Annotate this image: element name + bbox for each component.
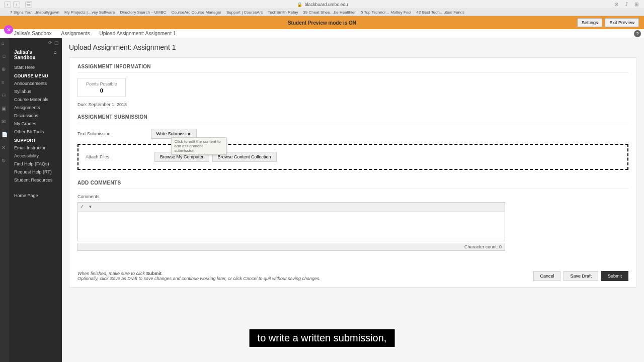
char-count: Character count: 0 — [77, 243, 505, 251]
mail-icon[interactable]: ✉ — [2, 119, 8, 125]
breadcrumb: Jalisa's Sandbox Assignments Upload Assi… — [0, 29, 644, 38]
course-menu-header: COURSE MENU — [9, 71, 62, 79]
chevron-down-icon[interactable]: ▾ — [89, 204, 96, 211]
browser-nav: ‹ › ☰ — [4, 1, 32, 8]
spellcheck-icon[interactable]: ✓ — [80, 204, 87, 211]
sidebar-home-page[interactable]: Home Page — [9, 189, 62, 202]
assignment-info-header: ASSIGNMENT INFORMATION — [77, 64, 628, 73]
sidebar-item-request-help[interactable]: Request Help (RT) — [9, 168, 62, 176]
help-icon[interactable]: ? — [634, 30, 641, 37]
text-submission-label: Text Submission — [77, 131, 111, 136]
course-title[interactable]: Jalisa's Sandbox ⌂ — [9, 46, 62, 63]
bookmark-item[interactable]: 7 Signs You'…inabullygown — [10, 10, 59, 15]
bookmarks-bar: 7 Signs You'…inabullygown My Projects |…… — [0, 9, 644, 16]
bookmark-item[interactable]: 42 Best Tech…utual Funds — [417, 10, 465, 15]
bookmark-item[interactable]: Directory Search – UMBC — [120, 10, 166, 15]
course-sidebar: ⟳ ▢ Jalisa's Sandbox ⌂ Start Here COURSE… — [9, 38, 62, 362]
footer-row: When finished, make sure to click Submit… — [77, 266, 628, 281]
assignment-submission-header: ASSIGNMENT SUBMISSION — [77, 114, 628, 123]
tooltip: Click to edit the content to add assignm… — [171, 137, 226, 155]
user-icon[interactable]: ☺ — [2, 53, 8, 59]
cancel-button[interactable]: Cancel — [533, 271, 560, 281]
page-title: Upload Assignment: Assignment 1 — [69, 43, 637, 51]
tools-icon[interactable]: ✕ — [2, 145, 8, 151]
video-caption: to write a written submission, — [250, 329, 395, 347]
tabs-icon[interactable]: ⊞ — [633, 1, 640, 8]
support-header: SUPPORT — [9, 136, 62, 144]
comments-label: Comments — [77, 194, 628, 199]
breadcrumb-item[interactable]: Jalisa's Sandbox — [14, 31, 52, 36]
sidebar-controls: ⟳ ▢ — [9, 39, 62, 46]
points-box: Points Possible 0 — [77, 78, 126, 97]
sidebar-item-syllabus[interactable]: Syllabus — [9, 87, 62, 96]
submit-button[interactable]: Submit — [601, 271, 628, 281]
forward-button[interactable]: › — [13, 1, 20, 8]
settings-button[interactable]: Settings — [577, 18, 603, 27]
due-date: Due: September 1, 2018 — [77, 102, 628, 107]
sidebar-item-assignments[interactable]: Assignments — [9, 104, 62, 112]
calendar-icon[interactable]: ▣ — [2, 106, 8, 112]
add-comments-header: ADD COMMENTS — [77, 180, 628, 189]
preview-text: Student Preview mode is ON — [0, 20, 644, 26]
sidebar-item-other-tools[interactable]: Other Bb Tools — [9, 128, 62, 136]
exit-preview-button[interactable]: Exit Preview — [605, 18, 639, 27]
url-bar[interactable]: 🔒 blackboard.umbc.edu — [32, 2, 613, 7]
group-icon[interactable]: ⚇ — [2, 93, 8, 99]
bookmark-item[interactable]: CourseArc Course Manager — [171, 10, 221, 15]
content-area: Upload Assignment: Assignment 1 ASSIGNME… — [62, 38, 644, 362]
sidebar-item-announcements[interactable]: Announcements — [9, 79, 62, 87]
sidebar-item-accessibility[interactable]: Accessibility — [9, 152, 62, 160]
share-icon[interactable]: ⤴ — [623, 1, 630, 8]
points-label: Points Possible — [86, 81, 117, 86]
bookmark-item[interactable]: Support | CourseArc — [226, 10, 263, 15]
bookmark-item[interactable]: 5 Top Technol… Motley Fool — [361, 10, 412, 15]
list-icon[interactable]: ≡ — [2, 79, 8, 85]
shield-icon[interactable]: ⊘ — [613, 1, 620, 8]
browser-right-icons: ⊘ ⤴ ⊞ — [613, 1, 640, 8]
sidebar-item-faqs[interactable]: Find Help (FAQs) — [9, 160, 62, 168]
exit-icon[interactable]: ↻ — [2, 158, 8, 164]
window-icon[interactable]: ▢ — [54, 40, 59, 45]
points-value: 0 — [86, 87, 117, 94]
home-icon[interactable]: ⌂ — [2, 40, 8, 46]
sidebar-item-student-resources[interactable]: Student Resources — [9, 176, 62, 184]
bookmark-item[interactable]: 39 Cheat Shee…be Healthier — [303, 10, 356, 15]
sidebar-item-start-here[interactable]: Start Here — [9, 63, 62, 71]
text-submission-row: Text Submission Write Submission Click t… — [77, 128, 628, 139]
back-button[interactable]: ‹ — [4, 1, 11, 8]
breadcrumb-item[interactable]: Assignments — [61, 31, 90, 36]
lock-icon: 🔒 — [297, 2, 302, 7]
close-icon[interactable]: ✕ — [4, 25, 13, 34]
bookmark-item[interactable]: TechSmith Relay — [268, 10, 298, 15]
main-panel: ASSIGNMENT INFORMATION Points Possible 0… — [69, 57, 637, 288]
attach-files-dropzone[interactable]: Attach Files Browse My Computer Browse C… — [77, 144, 628, 170]
sidebar-toggle[interactable]: ☰ — [25, 1, 32, 8]
breadcrumb-item: Upload Assignment: Assignment 1 — [100, 31, 176, 36]
comments-toolbar: ✓ ▾ — [77, 202, 505, 212]
sidebar-item-discussions[interactable]: Discussions — [9, 112, 62, 120]
attach-files-label: Attach Files — [86, 154, 109, 159]
house-icon: ⌂ — [54, 49, 57, 60]
sidebar-item-email[interactable]: Email Instructor — [9, 144, 62, 152]
sidebar-item-course-materials[interactable]: Course Materials — [9, 96, 62, 104]
footer-text: When finished, make sure to click Submit… — [77, 271, 320, 281]
browser-chrome: ‹ › ☰ 🔒 blackboard.umbc.edu ⊘ ⤴ ⊞ — [0, 0, 644, 9]
save-draft-button[interactable]: Save Draft — [564, 271, 598, 281]
comments-textarea[interactable] — [77, 212, 505, 241]
url-text: blackboard.umbc.edu — [304, 2, 348, 7]
refresh-icon[interactable]: ⟳ — [48, 40, 52, 45]
sidebar-item-my-grades[interactable]: My Grades — [9, 120, 62, 128]
bookmark-item[interactable]: My Projects |…vey Software — [64, 10, 115, 15]
doc-icon[interactable]: 📄 — [2, 132, 8, 138]
preview-banner: Student Preview mode is ON Settings Exit… — [0, 16, 644, 29]
icon-rail: ⌂ ☺ ⊕ ≡ ⚇ ▣ ✉ 📄 ✕ ↻ — [0, 38, 9, 362]
globe-icon[interactable]: ⊕ — [2, 66, 8, 72]
